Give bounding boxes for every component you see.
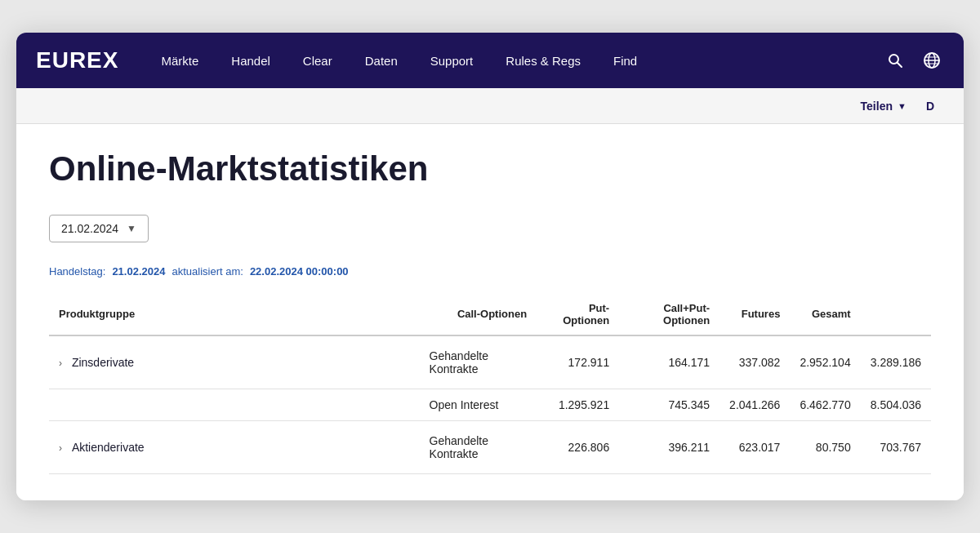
gesamt-cell: 703.767 bbox=[861, 420, 931, 473]
toolbar: Teilen ▼ D bbox=[16, 88, 964, 124]
chevron-down-icon: ▼ bbox=[127, 223, 136, 234]
browser-frame: EUREX Märkte Handel Clear Daten Support … bbox=[16, 33, 964, 500]
expand-icon[interactable]: › bbox=[59, 442, 62, 454]
type-cell: Gehandelte Kontrakte bbox=[420, 335, 537, 389]
logo: EUREX bbox=[36, 47, 118, 73]
page-title: Online-Marktstatistiken bbox=[49, 150, 931, 188]
globe-icon bbox=[923, 51, 941, 69]
language-indicator: D bbox=[920, 96, 941, 116]
nav-support[interactable]: Support bbox=[414, 33, 490, 88]
table-row: › Aktienderivate Gehandelte Kontrakte 22… bbox=[49, 420, 931, 473]
stats-table: Produktgruppe Call-Optionen Put-Optionen… bbox=[49, 294, 931, 474]
callput-cell: 623.017 bbox=[719, 420, 790, 473]
nav-rules[interactable]: Rules & Regs bbox=[489, 33, 597, 88]
call-cell: 172.911 bbox=[537, 335, 619, 389]
empty-group-cell bbox=[49, 389, 420, 420]
nav-maerkte[interactable]: Märkte bbox=[145, 33, 215, 88]
group-name-cell: › Zinsderivate bbox=[49, 335, 420, 389]
search-icon bbox=[887, 52, 903, 69]
call-cell: 1.295.921 bbox=[537, 389, 619, 420]
date-selector[interactable]: 21.02.2024 ▼ bbox=[49, 215, 149, 242]
col-header-produktgruppe: Produktgruppe bbox=[49, 294, 420, 335]
teilen-button[interactable]: Teilen ▼ bbox=[854, 96, 913, 116]
type-cell: Gehandelte Kontrakte bbox=[420, 420, 537, 473]
nav-clear[interactable]: Clear bbox=[287, 33, 349, 88]
handelstag-value: 21.02.2024 bbox=[112, 265, 165, 278]
chevron-down-icon: ▼ bbox=[898, 101, 906, 111]
put-cell: 396.211 bbox=[619, 420, 719, 473]
globe-button[interactable] bbox=[920, 48, 944, 73]
group-name-cell: › Aktienderivate bbox=[49, 420, 420, 473]
nav-icons bbox=[884, 48, 944, 73]
date-value: 21.02.2024 bbox=[61, 222, 118, 235]
col-header-put: Put-Optionen bbox=[537, 294, 619, 335]
handelstag-label: Handelstag: bbox=[49, 265, 105, 278]
callput-cell: 337.082 bbox=[719, 335, 790, 389]
col-header-futures: Futures bbox=[719, 294, 790, 335]
nav-daten[interactable]: Daten bbox=[349, 33, 414, 88]
callput-cell: 2.041.266 bbox=[719, 389, 790, 420]
futures-cell: 80.750 bbox=[790, 420, 860, 473]
put-cell: 164.171 bbox=[619, 335, 719, 389]
nav-items: Märkte Handel Clear Daten Support Rules … bbox=[145, 33, 884, 88]
table-row: Open Interest 1.295.921 745.345 2.041.26… bbox=[49, 389, 931, 420]
call-cell: 226.806 bbox=[537, 420, 619, 473]
table-body: › Zinsderivate Gehandelte Kontrakte 172.… bbox=[49, 335, 931, 474]
put-cell: 745.345 bbox=[619, 389, 719, 420]
futures-cell: 6.462.770 bbox=[790, 389, 860, 420]
gesamt-cell: 3.289.186 bbox=[861, 335, 931, 389]
main-content: Online-Marktstatistiken 21.02.2024 ▼ Han… bbox=[16, 124, 964, 500]
teilen-label: Teilen bbox=[861, 100, 893, 113]
nav-find[interactable]: Find bbox=[597, 33, 653, 88]
table-header: Produktgruppe Call-Optionen Put-Optionen… bbox=[49, 294, 931, 335]
search-button[interactable] bbox=[884, 49, 906, 72]
group-label: Zinsderivate bbox=[72, 356, 134, 369]
futures-cell: 2.952.104 bbox=[790, 335, 860, 389]
aktualisiert-value: 22.02.2024 00:00:00 bbox=[250, 265, 349, 278]
table-row: › Zinsderivate Gehandelte Kontrakte 172.… bbox=[49, 335, 931, 389]
col-header-call: Call-Optionen bbox=[420, 294, 537, 335]
aktualisiert-label: aktualisiert am: bbox=[172, 265, 243, 278]
nav-handel[interactable]: Handel bbox=[215, 33, 287, 88]
type-cell: Open Interest bbox=[420, 389, 537, 420]
group-label: Aktienderivate bbox=[72, 441, 145, 454]
handelstag-row: Handelstag: 21.02.2024 aktualisiert am: … bbox=[49, 265, 931, 278]
svg-line-1 bbox=[898, 63, 902, 68]
gesamt-cell: 8.504.036 bbox=[861, 389, 931, 420]
col-header-call-put: Call+Put-Optionen bbox=[619, 294, 719, 335]
expand-icon[interactable]: › bbox=[59, 358, 62, 369]
col-header-gesamt: Gesamt bbox=[790, 294, 860, 335]
navbar: EUREX Märkte Handel Clear Daten Support … bbox=[16, 33, 964, 88]
